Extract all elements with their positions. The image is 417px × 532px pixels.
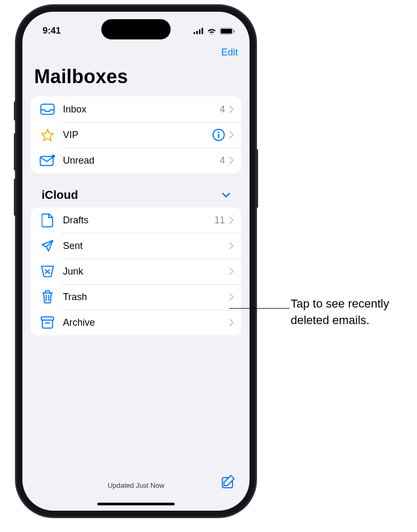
dynamic-island — [101, 19, 171, 39]
inbox-icon — [39, 101, 55, 117]
mailbox-inbox[interactable]: Inbox 4 — [31, 96, 241, 122]
mailbox-label: VIP — [63, 130, 212, 141]
silent-switch — [14, 101, 17, 120]
svg-rect-2 — [199, 29, 201, 34]
account-section-header[interactable]: iCloud — [31, 173, 241, 207]
folder-junk[interactable]: Junk — [31, 259, 241, 284]
svg-rect-5 — [221, 29, 232, 34]
svg-rect-10 — [218, 134, 220, 138]
volume-up — [14, 133, 17, 171]
drafts-icon — [39, 212, 55, 228]
svg-rect-13 — [42, 317, 54, 320]
content-area: Inbox 4 VIP — [22, 96, 250, 468]
nav-bar: Edit — [22, 43, 250, 60]
junk-icon — [39, 263, 55, 279]
archive-icon — [39, 315, 55, 331]
chevron-right-icon — [229, 106, 234, 113]
cellular-icon — [194, 28, 204, 34]
chevron-right-icon — [229, 216, 234, 224]
folder-sent[interactable]: Sent — [31, 233, 241, 259]
star-icon — [39, 127, 55, 143]
chevron-right-icon — [229, 319, 234, 326]
mailbox-vip[interactable]: VIP — [31, 122, 241, 148]
screen: 9:41 Edit Mailboxes Inbox 4 — [22, 12, 250, 511]
callout-line — [229, 308, 290, 309]
chevron-right-icon — [229, 157, 234, 164]
svg-rect-1 — [196, 31, 198, 34]
callout-text: Tap to see recently deleted emails. — [291, 296, 413, 329]
chevron-right-icon — [229, 268, 234, 275]
folder-label: Drafts — [63, 215, 214, 226]
info-icon[interactable] — [212, 128, 225, 141]
edit-button[interactable]: Edit — [221, 47, 238, 58]
bottom-toolbar: Updated Just Now — [22, 468, 250, 511]
sent-icon — [39, 238, 55, 254]
folder-archive[interactable]: Archive — [31, 310, 241, 335]
compose-button[interactable] — [221, 474, 236, 489]
folder-drafts[interactable]: Drafts 11 — [31, 207, 241, 233]
smart-mailboxes-list: Inbox 4 VIP — [31, 96, 241, 173]
unread-icon — [39, 152, 55, 168]
folder-label: Sent — [63, 240, 229, 252]
status-indicators — [194, 28, 235, 35]
folder-label: Archive — [63, 317, 229, 328]
svg-rect-6 — [234, 30, 235, 33]
battery-icon — [220, 28, 235, 35]
mailbox-count: 4 — [220, 104, 225, 115]
chevron-right-icon — [229, 293, 234, 301]
folder-trash[interactable]: Trash — [31, 284, 241, 310]
mailbox-unread[interactable]: Unread 4 — [31, 148, 241, 173]
update-status: Updated Just Now — [108, 481, 164, 489]
wifi-icon — [207, 28, 216, 35]
trash-icon — [39, 289, 55, 305]
chevron-right-icon — [229, 242, 234, 249]
svg-rect-0 — [194, 32, 195, 34]
side-button — [255, 149, 258, 208]
folder-label: Trash — [63, 292, 229, 303]
folder-label: Junk — [63, 266, 229, 277]
status-time: 9:41 — [43, 26, 61, 36]
home-indicator[interactable] — [98, 503, 175, 505]
folder-count: 11 — [214, 215, 225, 226]
svg-point-12 — [52, 155, 55, 158]
account-folders-list: Drafts 11 Sent Junk — [31, 207, 241, 335]
mailbox-count: 4 — [220, 155, 225, 166]
mailbox-label: Unread — [63, 155, 220, 166]
account-name: iCloud — [42, 188, 78, 202]
svg-point-9 — [218, 132, 220, 133]
page-title: Mailboxes — [22, 60, 250, 96]
volume-down — [14, 179, 17, 216]
chevron-right-icon — [229, 131, 234, 139]
svg-rect-3 — [202, 28, 203, 34]
chevron-down-icon — [222, 192, 230, 198]
mailbox-label: Inbox — [63, 104, 220, 115]
phone-frame: 9:41 Edit Mailboxes Inbox 4 — [16, 5, 256, 517]
